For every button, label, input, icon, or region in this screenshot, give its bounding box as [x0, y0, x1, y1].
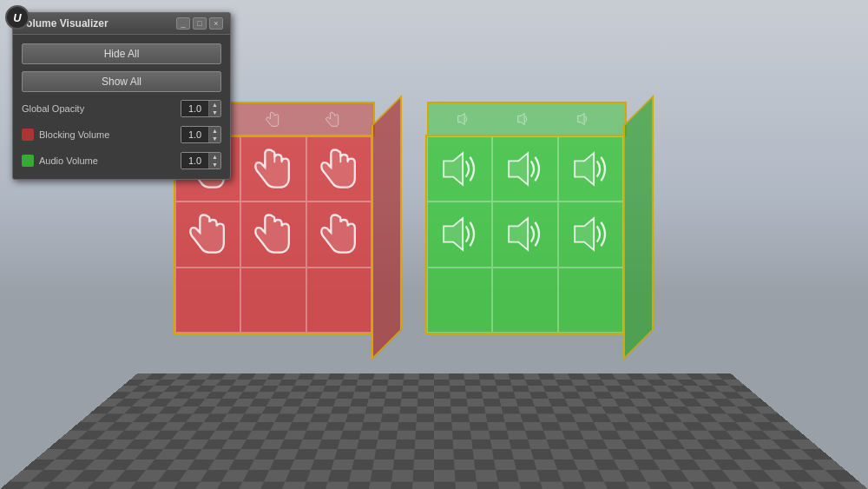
green-cube-grid	[427, 136, 623, 333]
cube-cell	[175, 268, 240, 333]
green-cube-right	[623, 96, 654, 360]
minimize-button[interactable]: _	[176, 17, 190, 30]
title-buttons: _ □ ×	[176, 17, 223, 30]
cube-cell	[492, 202, 557, 267]
svg-marker-5	[575, 219, 594, 251]
hide-all-button[interactable]: Hide All	[22, 43, 221, 64]
panel-titlebar[interactable]: Volume Visualizer _ □ ×	[13, 13, 230, 35]
cube-cell	[427, 268, 492, 333]
audio-volume-cube	[425, 135, 625, 334]
spin-arrows: ▲ ▼	[209, 101, 220, 116]
cube-cell	[306, 136, 372, 202]
spin-up[interactable]: ▲	[209, 101, 220, 109]
spin-down[interactable]: ▼	[209, 161, 220, 169]
ue-logo: U	[0, 0, 35, 35]
audio-volume-row: Audio Volume 1.0 ▲ ▼	[22, 151, 221, 170]
cube-cell	[558, 268, 623, 333]
cube-cell	[240, 268, 306, 333]
green-cube-top	[427, 102, 627, 136]
cube-cell	[492, 268, 557, 333]
cubes-area	[174, 135, 625, 334]
cube-cell	[427, 202, 492, 267]
audio-volume-icon	[22, 155, 34, 167]
cube-cell	[492, 136, 557, 202]
blocking-volume-spinner[interactable]: 1.0 ▲ ▼	[181, 126, 221, 143]
svg-marker-0	[444, 153, 463, 185]
audio-volume-label: Audio Volume	[39, 155, 175, 166]
maximize-button[interactable]: □	[193, 17, 207, 30]
red-cube-right	[372, 96, 402, 360]
svg-marker-8	[577, 113, 583, 124]
cube-cell	[306, 202, 372, 267]
cube-cell	[240, 202, 306, 267]
ue-logo-circle: U	[5, 5, 30, 30]
svg-marker-3	[444, 219, 463, 251]
spin-arrows: ▲ ▼	[209, 153, 220, 169]
spin-up[interactable]: ▲	[209, 127, 220, 135]
show-all-button[interactable]: Show All	[22, 71, 221, 92]
blocking-volume-value: 1.0	[181, 127, 209, 142]
audio-volume-spinner[interactable]: 1.0 ▲ ▼	[181, 152, 221, 169]
cube-cell	[306, 268, 372, 333]
cube-cell	[175, 202, 240, 267]
svg-marker-4	[510, 219, 529, 251]
blocking-volume-row: Blocking Volume 1.0 ▲ ▼	[22, 125, 221, 144]
blocking-volume-icon	[22, 129, 34, 141]
viewport-floor	[0, 373, 868, 489]
svg-marker-6	[458, 113, 464, 124]
global-opacity-value: 1.0	[181, 101, 209, 116]
spin-up[interactable]: ▲	[209, 153, 220, 161]
ue-logo-text: U	[13, 12, 21, 23]
global-opacity-label: Global Opacity	[22, 103, 175, 114]
green-cube-front	[425, 135, 625, 334]
viewport: Volume Visualizer _ □ × Hide All Show Al…	[0, 0, 868, 489]
close-button[interactable]: ×	[209, 17, 223, 30]
global-opacity-row: Global Opacity 1.0 ▲ ▼	[22, 99, 221, 118]
spin-arrows: ▲ ▼	[209, 127, 220, 142]
cube-cell	[427, 136, 492, 202]
svg-marker-2	[575, 153, 594, 185]
spin-down[interactable]: ▼	[209, 135, 220, 142]
cube-cell	[558, 136, 623, 202]
svg-marker-7	[518, 113, 524, 124]
volume-visualizer-panel: Volume Visualizer _ □ × Hide All Show Al…	[12, 12, 231, 180]
spin-down[interactable]: ▼	[209, 109, 220, 116]
cube-cell	[240, 136, 306, 202]
panel-content: Hide All Show All Global Opacity 1.0 ▲ ▼…	[13, 35, 230, 179]
global-opacity-spinner[interactable]: 1.0 ▲ ▼	[181, 100, 221, 117]
blocking-volume-label: Blocking Volume	[39, 129, 175, 140]
audio-volume-value: 1.0	[181, 153, 209, 169]
cube-cell	[558, 202, 623, 267]
svg-marker-1	[510, 153, 529, 185]
